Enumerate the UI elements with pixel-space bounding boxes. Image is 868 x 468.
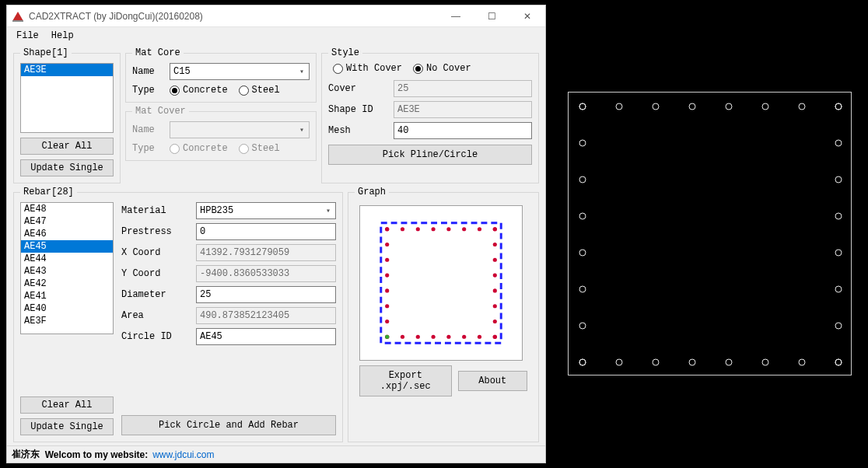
rebar-listbox[interactable]: AE48AE47AE46AE45AE44AE43AE42AE41AE40AE3F (20, 202, 114, 334)
rebar-group: Rebar[28] AE48AE47AE46AE45AE44AE43AE42AE… (13, 187, 343, 442)
rebar-dot (835, 359, 842, 366)
svg-rect-1 (12, 20, 23, 22)
area-input (196, 307, 336, 324)
pick-pline-button[interactable]: Pick Pline/Circle (328, 145, 532, 165)
radio-icon (239, 144, 249, 154)
list-item[interactable]: AE48 (21, 203, 113, 215)
svg-point-16 (432, 335, 436, 339)
shape-update-button[interactable]: Update Single (20, 159, 114, 176)
rebar-dot (835, 213, 842, 220)
rebar-dot (653, 103, 660, 110)
no-cover-radio[interactable]: No Cover (413, 63, 471, 74)
svg-point-21 (385, 288, 389, 292)
list-item[interactable]: AE41 (21, 290, 113, 302)
menubar: File Help (7, 27, 545, 44)
shapeid-label: Shape ID (328, 104, 389, 115)
svg-point-28 (478, 335, 481, 339)
material-value: HPB235 (200, 205, 233, 216)
menu-help[interactable]: Help (45, 29, 80, 43)
shape-listbox[interactable]: AE3E (20, 63, 114, 133)
svg-point-22 (493, 288, 497, 292)
svg-point-27 (478, 227, 481, 231)
rebar-update-button[interactable]: Update Single (20, 418, 114, 435)
menu-file[interactable]: File (10, 29, 45, 43)
radio-icon (333, 64, 343, 74)
graph-legend: Graph (355, 187, 389, 197)
style-legend: Style (328, 47, 362, 58)
window-controls: — ☐ ✕ (438, 5, 545, 27)
svg-point-24 (462, 335, 466, 339)
svg-point-11 (416, 227, 420, 231)
pick-circle-button[interactable]: Pick Circle and Add Rebar (121, 415, 336, 435)
client-area: Shape[1] AE3E Clear All Update Single Ma… (7, 44, 545, 445)
prestress-label: Prestress (121, 226, 191, 237)
radio-icon (413, 64, 423, 74)
chevron-down-icon: ▾ (323, 206, 334, 215)
website-link[interactable]: www.jdcui.com (152, 449, 214, 460)
chevron-down-icon: ▾ (296, 67, 307, 76)
app-icon (12, 10, 24, 23)
radio-icon (170, 86, 180, 96)
list-item[interactable]: AE3F (21, 315, 113, 327)
rebar-dot (616, 359, 623, 366)
style-group: Style With Cover No Cover Cover (321, 47, 539, 183)
list-item[interactable]: AE43 (21, 265, 113, 278)
maximize-button[interactable]: ☐ (474, 5, 509, 27)
list-item[interactable]: AE46 (21, 228, 113, 240)
svg-point-26 (493, 304, 497, 308)
rebar-dot (835, 103, 842, 110)
cover-input (394, 80, 532, 97)
matcore-group: Mat Core Name C15 ▾ Type Concrete (125, 47, 317, 103)
close-button[interactable]: ✕ (509, 5, 545, 27)
window-title: CAD2XTRACT (by JiDongCui)(20160208) (29, 11, 203, 22)
shapeid-input (394, 101, 532, 118)
statusbar: 崔济东 Welcom to my website: www.jdcui.com (7, 445, 545, 463)
about-button[interactable]: About (458, 371, 528, 391)
matcover-type-label: Type (132, 143, 165, 154)
shape-clear-button[interactable]: Clear All (20, 138, 114, 155)
shape-group: Shape[1] AE3E Clear All Update Single (13, 47, 121, 183)
rebar-dot (799, 103, 806, 110)
svg-point-5 (385, 227, 389, 231)
list-item[interactable]: AE44 (21, 253, 113, 265)
svg-point-20 (446, 335, 450, 339)
list-item[interactable]: AE47 (21, 215, 113, 228)
minimize-button[interactable]: — (438, 5, 474, 27)
rebar-dot (762, 103, 769, 110)
svg-point-13 (385, 258, 389, 262)
circleid-input[interactable] (196, 328, 336, 345)
material-combo[interactable]: HPB235 ▾ (196, 202, 336, 219)
svg-point-14 (493, 258, 497, 262)
matcore-steel-radio[interactable]: Steel (239, 85, 280, 96)
export-button[interactable]: Export .xpj/.sec (359, 365, 452, 396)
rebar-dot (579, 213, 586, 220)
rebar-clear-button[interactable]: Clear All (20, 396, 114, 414)
prestress-input[interactable] (196, 223, 336, 240)
circleid-label: Circle ID (121, 331, 191, 342)
app-window: CAD2XTRACT (by JiDongCui)(20160208) — ☐ … (6, 5, 546, 463)
matcore-name-label: Name (132, 66, 165, 77)
rebar-dot (579, 103, 586, 110)
rebar-dot (726, 359, 733, 366)
rebar-dot (579, 286, 586, 293)
diameter-input[interactable] (196, 286, 336, 303)
matcover-steel-radio: Steel (239, 143, 280, 154)
svg-rect-2 (381, 223, 501, 343)
with-cover-radio[interactable]: With Cover (333, 63, 402, 74)
cad-viewport[interactable] (568, 92, 852, 375)
matcore-concrete-radio[interactable]: Concrete (170, 85, 228, 96)
matcore-name-combo[interactable]: C15 ▾ (170, 63, 310, 80)
matcover-legend: Mat Cover (132, 106, 189, 117)
material-label: Material (121, 205, 191, 216)
svg-point-31 (493, 227, 497, 231)
list-item[interactable]: AE3E (21, 64, 113, 76)
mesh-input[interactable] (394, 122, 532, 139)
rebar-dot (835, 323, 842, 330)
matcover-name-combo: ▾ (170, 121, 310, 138)
svg-point-10 (493, 243, 497, 246)
mesh-label: Mesh (328, 125, 389, 136)
list-item[interactable]: AE45 (21, 240, 113, 253)
list-item[interactable]: AE40 (21, 302, 113, 315)
svg-point-34 (493, 335, 497, 339)
list-item[interactable]: AE42 (21, 278, 113, 290)
